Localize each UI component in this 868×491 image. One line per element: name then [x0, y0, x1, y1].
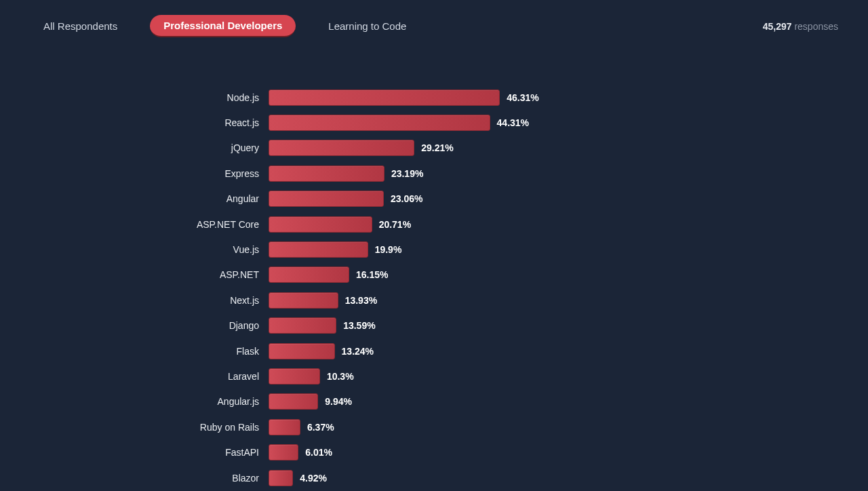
chart-row: Flask13.24%: [0, 338, 868, 364]
chart-category-label: Angular.js: [0, 396, 269, 407]
chart-bar-track: 13.93%: [269, 292, 868, 309]
chart-category-label: Node.js: [0, 92, 269, 103]
tab-learning-to-code[interactable]: Learning to Code: [315, 16, 420, 37]
chart-bar[interactable]: [269, 317, 336, 334]
chart-row: Express23.19%: [0, 161, 868, 186]
chart-value-label: 29.21%: [421, 142, 453, 153]
chart-bar[interactable]: [269, 444, 298, 460]
chart-bar[interactable]: [269, 267, 349, 283]
chart-value-label: 44.31%: [497, 117, 529, 128]
chart-category-label: Django: [0, 320, 269, 331]
chart-value-label: 13.24%: [342, 346, 374, 357]
chart-category-label: Next.js: [0, 295, 269, 306]
chart-value-label: 9.94%: [325, 396, 352, 407]
chart-bar[interactable]: [269, 393, 318, 410]
chart-category-label: Angular: [0, 193, 269, 204]
chart-category-label: Blazor: [0, 473, 269, 484]
chart-row: React.js44.31%: [0, 110, 868, 135]
chart-value-label: 46.31%: [507, 92, 538, 103]
chart-bar-track: 44.31%: [269, 115, 868, 131]
chart-row: ASP.NET16.15%: [0, 262, 868, 288]
chart-value-label: 23.19%: [391, 168, 423, 179]
chart-category-label: ASP.NET: [0, 269, 269, 280]
chart-bar[interactable]: [269, 419, 300, 435]
chart-category-label: React.js: [0, 117, 269, 128]
chart-value-label: 19.9%: [375, 244, 402, 255]
chart-value-label: 10.3%: [327, 371, 354, 382]
bar-chart: Node.js46.31%React.js44.31%jQuery29.21%E…: [0, 37, 868, 490]
chart-bar[interactable]: [269, 216, 372, 233]
chart-value-label: 16.15%: [356, 269, 388, 280]
tabs: All Respondents Professional Developers …: [30, 15, 420, 37]
chart-row: Blazor4.92%: [0, 465, 868, 490]
chart-row: Django13.59%: [0, 313, 868, 338]
chart-bar-track: 10.3%: [269, 368, 868, 385]
response-count: 45,297 responses: [763, 21, 838, 32]
tab-all-respondents[interactable]: All Respondents: [30, 16, 131, 37]
chart-row: ASP.NET Core20.71%: [0, 212, 868, 237]
chart-bar[interactable]: [269, 292, 338, 309]
chart-bar-track: 13.59%: [269, 317, 868, 334]
chart-category-label: FastAPI: [0, 447, 269, 458]
chart-bar[interactable]: [269, 470, 293, 486]
chart-value-label: 20.71%: [379, 219, 411, 230]
topbar: All Respondents Professional Developers …: [0, 0, 868, 37]
chart-category-label: ASP.NET Core: [0, 219, 269, 230]
chart-row: Node.js46.31%: [0, 85, 868, 110]
chart-category-label: Ruby on Rails: [0, 422, 269, 433]
chart-bar[interactable]: [269, 140, 414, 156]
chart-bar-track: 29.21%: [269, 140, 868, 156]
chart-category-label: Vue.js: [0, 244, 269, 255]
chart-bar[interactable]: [269, 241, 368, 258]
tab-professional-developers[interactable]: Professional Developers: [150, 15, 296, 37]
chart-bar-track: 6.01%: [269, 444, 868, 460]
chart-bar[interactable]: [269, 90, 500, 106]
chart-bar-track: 23.19%: [269, 165, 868, 182]
chart-bar-track: 6.37%: [269, 419, 868, 435]
chart-category-label: Laravel: [0, 371, 269, 382]
chart-category-label: jQuery: [0, 142, 269, 153]
chart-value-label: 4.92%: [300, 473, 327, 484]
chart-row: Next.js13.93%: [0, 288, 868, 313]
chart-bar[interactable]: [269, 343, 335, 359]
chart-row: FastAPI6.01%: [0, 439, 868, 465]
chart-bar-track: 20.71%: [269, 216, 868, 233]
chart-bar[interactable]: [269, 368, 320, 385]
chart-row: Vue.js19.9%: [0, 237, 868, 262]
chart-value-label: 6.01%: [305, 447, 332, 458]
chart-value-label: 23.06%: [391, 193, 422, 204]
response-count-number: 45,297: [763, 21, 792, 32]
chart-bar-track: 9.94%: [269, 393, 868, 410]
chart-bar-track: 46.31%: [269, 90, 868, 106]
chart-bar-track: 23.06%: [269, 191, 868, 207]
chart-row: jQuery29.21%: [0, 136, 868, 161]
chart-value-label: 6.37%: [307, 422, 334, 433]
chart-row: Angular23.06%: [0, 186, 868, 212]
chart-bar[interactable]: [269, 165, 384, 182]
chart-value-label: 13.59%: [343, 320, 375, 331]
chart-category-label: Express: [0, 168, 269, 179]
response-count-suffix: responses: [794, 21, 838, 32]
chart-bar[interactable]: [269, 191, 384, 207]
chart-bar-track: 4.92%: [269, 470, 868, 486]
chart-bar-track: 16.15%: [269, 267, 868, 283]
chart-row: Ruby on Rails6.37%: [0, 414, 868, 439]
chart-bar-track: 13.24%: [269, 343, 868, 359]
chart-row: Laravel10.3%: [0, 364, 868, 389]
chart-bar[interactable]: [269, 115, 490, 131]
chart-category-label: Flask: [0, 346, 269, 357]
chart-row: Angular.js9.94%: [0, 389, 868, 414]
chart-value-label: 13.93%: [345, 295, 377, 306]
chart-bar-track: 19.9%: [269, 241, 868, 258]
